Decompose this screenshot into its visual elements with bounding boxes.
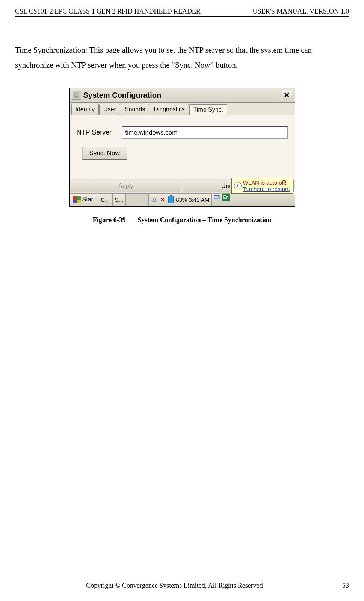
battery-percent: 83% — [176, 197, 187, 203]
sync-now-button[interactable]: Sync. Now — [82, 147, 127, 160]
header-left: CSL CS101-2 EPC CLASS 1 GEN 2 RFID HANDH… — [15, 8, 201, 15]
taskbar-item-2[interactable]: S... — [112, 193, 126, 206]
footer-copyright: Copyright © Convergence Systems Limited,… — [15, 582, 334, 590]
tab-time-sync[interactable]: Time Sync. — [189, 104, 227, 115]
battery-icon[interactable] — [168, 196, 174, 203]
tab-sounds[interactable]: Sounds — [121, 104, 149, 115]
tab-panel-time-sync: NTP Server Sync. Now — [70, 115, 295, 179]
taskbar-item-1[interactable]: C... — [98, 193, 112, 206]
figure-title: System Configuration – Time Synchronizat… — [137, 216, 271, 224]
figure-caption: Figure 6-39 System Configuration – Time … — [15, 216, 349, 224]
taskbar: Start C... S... ✕ 83% 3:41 AM — [70, 193, 295, 206]
clock-time: 3:41 AM — [189, 197, 209, 203]
start-label: Start — [82, 196, 95, 203]
svg-point-5 — [153, 198, 156, 200]
ntp-server-row: NTP Server — [77, 126, 288, 139]
window-icon — [72, 91, 81, 100]
info-icon: i — [234, 182, 242, 189]
close-icon: ✕ — [284, 91, 290, 100]
page-footer: Copyright © Convergence Systems Limited,… — [15, 582, 349, 590]
taskbar-spacer — [126, 193, 148, 206]
wlan-tooltip[interactable]: i WLAN is auto off! Tap here to restart. — [231, 178, 293, 194]
tab-identity[interactable]: Identity — [71, 104, 99, 115]
window-title: System Configuration — [83, 91, 282, 100]
header-right: USER'S MANUAL, VERSION 1.0 — [253, 8, 349, 15]
apply-button[interactable]: Apply — [71, 180, 181, 192]
windows-flag-icon — [73, 196, 81, 203]
ntp-server-input[interactable] — [122, 126, 288, 139]
start-button[interactable]: Start — [70, 193, 98, 206]
input-language-icon[interactable]: En — [222, 193, 230, 201]
ntp-server-label: NTP Server — [77, 129, 122, 136]
screenshot-figure: System Configuration ✕ Identity User Sou… — [15, 88, 349, 207]
tab-strip: Identity User Sounds Diagnostics Time Sy… — [70, 103, 295, 115]
disconnected-icon[interactable]: ✕ — [159, 196, 166, 203]
tooltip-text-container: WLAN is auto off! Tap here to restart. — [243, 179, 290, 192]
page-header: CSL CS101-2 EPC CLASS 1 GEN 2 RFID HANDH… — [15, 8, 349, 17]
close-button[interactable]: ✕ — [282, 90, 292, 100]
tooltip-line2: Tap here to restart. — [243, 186, 290, 192]
dialog-button-bar: Apply Undo Chang i WLAN is auto off! Tap… — [70, 179, 295, 193]
desktop-icon[interactable] — [213, 193, 221, 201]
tab-diagnostics[interactable]: Diagnostics — [150, 104, 189, 115]
network-icon[interactable] — [151, 196, 158, 203]
body-paragraph: Time Synchronization: This page allows y… — [15, 43, 349, 73]
tab-user[interactable]: User — [99, 104, 120, 115]
tooltip-line1: WLAN is auto off! — [243, 179, 290, 186]
figure-number: Figure 6-39 — [93, 216, 126, 224]
window-titlebar: System Configuration ✕ — [70, 88, 295, 103]
footer-page-number: 53 — [334, 582, 349, 590]
system-tray: ✕ 83% 3:41 AM — [148, 193, 212, 206]
system-config-window: System Configuration ✕ Identity User Sou… — [69, 88, 295, 207]
